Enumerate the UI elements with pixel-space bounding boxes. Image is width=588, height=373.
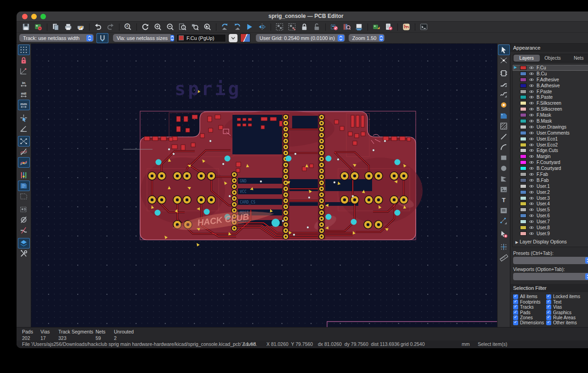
layer-row-B.Adhesive[interactable]: B.Adhesive [513,83,588,89]
route-track-button[interactable] [498,79,510,89]
zoom-fit-page-button[interactable] [177,22,188,32]
via-size-dropdown[interactable]: Via: use netclass sizes [113,34,172,42]
layer-row-F.Adhesive[interactable]: F.Adhesive [513,77,588,83]
rotate-ccw-button[interactable] [219,22,231,32]
layer-row-User.5[interactable]: User.5 [513,207,588,213]
unlock-button[interactable] [311,22,322,32]
free-angle-button[interactable] [18,123,30,134]
visibility-eye-icon[interactable] [529,137,534,141]
layer-row-User.4[interactable]: User.4 [513,201,588,207]
plot-button[interactable] [75,22,86,32]
pcb-canvas[interactable]: GND VCC CARD_CS MOSI MISO [31,44,497,327]
print-button[interactable] [62,22,74,32]
zoom-selection-button[interactable] [202,22,213,32]
layer-color-swatch[interactable] [520,90,526,94]
filter-item-pads[interactable]: Pads [513,310,545,315]
visibility-eye-icon[interactable] [529,166,534,170]
visibility-eye-icon[interactable] [529,190,534,194]
visibility-eye-icon[interactable] [529,113,534,117]
layer-row-User.8[interactable]: User.8 [513,225,588,231]
layer-row-User.7[interactable]: User.7 [513,219,588,225]
layer-row-B.Courtyard[interactable]: B.Courtyard [513,165,588,171]
add-footprint-button[interactable] [498,68,510,79]
add-dimension-button[interactable] [498,216,510,226]
filter-item-locked-items[interactable]: Locked items [546,294,588,299]
grid-origin-button[interactable] [498,242,510,252]
add-line-button[interactable] [498,131,510,142]
checkbox-checked-icon[interactable] [513,310,518,315]
visibility-eye-icon[interactable] [529,107,534,111]
checkbox-checked-icon[interactable] [513,321,518,325]
tab-nets[interactable]: Nets [565,55,588,62]
layers-diamond-button[interactable] [18,238,30,249]
checkbox-checked-icon[interactable] [546,300,551,304]
add-textbox-button[interactable] [498,205,510,216]
route-diffpair-button[interactable] [498,89,510,100]
layer-color-swatch[interactable] [520,119,526,123]
filter-item-zones[interactable]: Zones [513,315,545,320]
visibility-eye-icon[interactable] [529,220,534,224]
layer-color-swatch[interactable] [520,84,526,88]
unit-button[interactable]: mil [18,89,30,100]
checkbox-checked-icon[interactable] [546,310,551,315]
scripting-console-button[interactable] [418,22,430,32]
layer-row-F.Paste[interactable]: F.Paste [513,89,588,95]
flip-view-button[interactable] [244,22,255,32]
checkbox-checked-icon[interactable] [546,321,551,325]
board-setup-button[interactable] [33,22,44,32]
layer-color-swatch[interactable] [520,143,526,147]
measure-button[interactable] [498,252,510,263]
active-layer-select[interactable]: F.Cu (PgUp) [176,34,226,42]
checkbox-checked-icon[interactable] [513,300,518,304]
find-button[interactable]: A [122,22,134,32]
visibility-eye-icon[interactable] [529,154,534,158]
polar-grid-button[interactable] [18,66,30,76]
visibility-eye-icon[interactable] [529,226,534,230]
filter-item-dimensions[interactable]: Dimensions [513,321,545,325]
visibility-eye-icon[interactable] [529,214,534,218]
layer-row-F.Fab[interactable]: F.Fab [513,171,588,177]
visibility-eye-icon[interactable] [529,119,534,123]
redo-button[interactable] [105,22,116,32]
layer-row-User.Eco1[interactable]: User.Eco1 [513,136,588,142]
visibility-eye-icon[interactable] [529,95,534,99]
cursor-style-button[interactable] [18,113,30,123]
viewports-dropdown[interactable] [513,273,588,280]
layer-color-swatch[interactable] [520,214,526,218]
layer-color-swatch[interactable] [520,72,526,76]
visibility-eye-icon[interactable] [529,143,534,147]
sketch-vias-button[interactable] [18,215,30,225]
zoom-window-button[interactable] [40,14,46,19]
filter-item-other-items[interactable]: Other items [546,321,588,325]
close-window-button[interactable] [22,14,28,19]
tab-layers[interactable]: Layers [514,55,540,62]
layer-color-swatch[interactable] [520,131,526,135]
layer-color-swatch[interactable] [520,232,526,236]
layer-color-swatch[interactable] [520,137,526,141]
add-arc-button[interactable] [498,142,510,153]
layer-row-User.2[interactable]: User.2 [513,189,588,195]
checkbox-checked-icon[interactable] [546,305,551,309]
layer-color-swatch[interactable] [520,208,526,212]
unit-button[interactable]: mm [18,100,30,110]
sketch-tracks-button[interactable] [18,225,30,236]
visibility-eye-icon[interactable] [529,131,534,135]
unit-button[interactable]: in [18,79,30,89]
save-button[interactable] [20,22,32,32]
layer-row-User.Eco2[interactable]: User.Eco2 [513,142,588,148]
add-zone-button[interactable] [498,110,510,121]
zoom-in-button[interactable] [152,22,164,32]
zoom-out-button[interactable] [164,22,176,32]
visibility-eye-icon[interactable] [529,178,534,182]
layer-row-User.6[interactable]: User.6 [513,213,588,219]
filter-item-all-items[interactable]: All items [513,294,545,299]
grid-dots-button[interactable] [18,45,30,55]
checkbox-checked-icon[interactable] [513,315,518,320]
visibility-eye-icon[interactable] [529,232,534,236]
select-tool-button[interactable] [498,45,510,55]
add-circle-button[interactable] [498,163,510,174]
plugin-button[interactable] [401,22,412,32]
checkbox-checked-icon[interactable] [513,305,518,309]
add-image-button[interactable] [498,184,510,195]
layer-row-Margin[interactable]: Margin [513,153,588,159]
